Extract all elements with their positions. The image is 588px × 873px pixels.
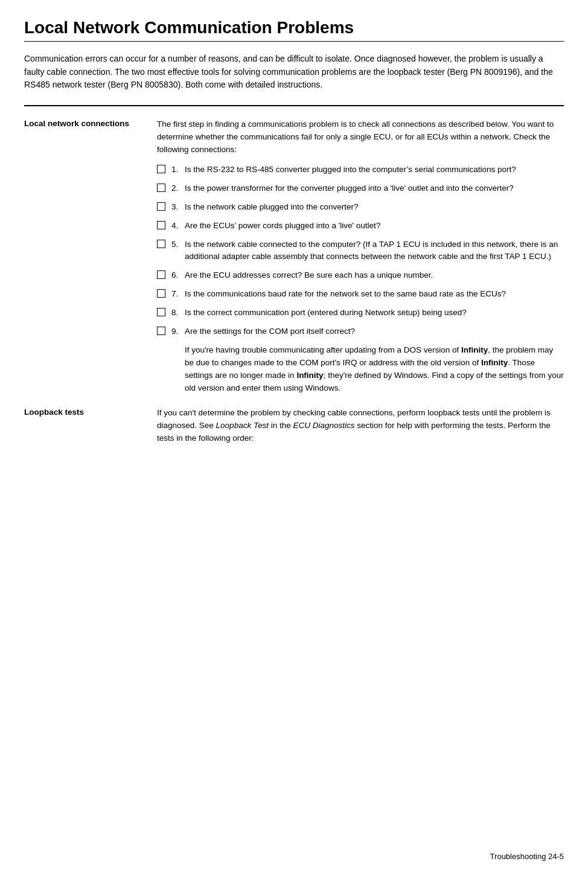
page: Local Network Communication Problems Com…	[0, 0, 588, 873]
item-number-2: 2.	[171, 182, 185, 194]
item-text-6: Are the ECU addresses correct? Be sure e…	[185, 269, 564, 282]
checkbox-1	[157, 165, 165, 173]
loopback-text-part-2: in the	[269, 421, 293, 430]
main-content-table: Local network connections The first step…	[24, 118, 564, 452]
note-paragraph: If you're having trouble communicating a…	[185, 344, 564, 395]
checklist-item-4: 4. Are the ECUs’ power cords plugged int…	[157, 220, 564, 232]
item-number-3: 3.	[171, 201, 185, 213]
item-text-1: Is the RS-232 to RS-485 converter plugge…	[185, 164, 564, 176]
item-number-4: 4.	[171, 220, 185, 232]
note-infinity-1: Infinity	[461, 345, 488, 354]
item-number-5: 5.	[171, 238, 185, 251]
checklist-item-8: 8. Is the correct communication port (en…	[157, 307, 564, 319]
checklist: 1. Is the RS-232 to RS-485 converter plu…	[157, 164, 564, 338]
checkbox-6	[157, 270, 165, 279]
checkbox-8	[157, 308, 165, 316]
checkbox-9	[157, 327, 165, 335]
checklist-item-5: 5. Is the network cable connected to the…	[157, 238, 564, 264]
checkbox-4	[157, 221, 165, 229]
note-infinity-2: Infinity	[481, 358, 508, 367]
checklist-item-7: 7. Is the communications baud rate for t…	[157, 288, 564, 301]
loopback-label: Loopback tests	[24, 408, 84, 417]
item-number-6: 6.	[171, 269, 185, 281]
item-text-5: Is the network cable connected to the co…	[185, 238, 564, 264]
item-text-3: Is the network cable plugged into the co…	[185, 201, 564, 214]
intro-paragraph: Communication errors can occur for a num…	[24, 53, 564, 92]
loopback-content-cell: If you can't determine the problem by ch…	[157, 403, 564, 452]
loopback-label-cell: Loopback tests	[24, 403, 157, 452]
item-number-8: 8.	[171, 307, 185, 319]
item-text-9: Are the settings for the COM port itself…	[185, 325, 564, 338]
page-title: Local Network Communication Problems	[24, 18, 564, 42]
item-number-7: 7.	[171, 288, 185, 300]
checklist-item-9: 9. Are the settings for the COM port its…	[157, 325, 564, 338]
item-number-1: 1.	[171, 164, 185, 176]
local-network-label-cell: Local network connections	[24, 118, 157, 403]
checkbox-7	[157, 289, 165, 298]
note-text-part-1: If you're having trouble communicating a…	[185, 345, 461, 354]
checklist-item-1: 1. Is the RS-232 to RS-485 converter plu…	[157, 164, 564, 176]
local-network-label: Local network connections	[24, 119, 129, 128]
item-text-8: Is the correct communication port (enter…	[185, 307, 564, 319]
checklist-item-2: 2. Is the power transformer for the conv…	[157, 182, 564, 195]
loopback-text-italic-1: Loopback Test	[216, 421, 269, 430]
note-infinity-3: Infinity	[296, 371, 323, 380]
item-text-4: Are the ECUs’ power cords plugged into a…	[185, 220, 564, 232]
item-text-2: Is the power transformer for the convert…	[185, 182, 564, 195]
checkbox-5	[157, 240, 165, 248]
section-divider	[24, 105, 564, 106]
item-text-7: Is the communications baud rate for the …	[185, 288, 564, 301]
local-network-content-cell: The first step in finding a communicatio…	[157, 118, 564, 403]
checkbox-2	[157, 184, 165, 192]
checklist-item-3: 3. Is the network cable plugged into the…	[157, 201, 564, 214]
loopback-text-italic-2: ECU Diagnostics	[293, 421, 354, 430]
checkbox-3	[157, 202, 165, 211]
checklist-item-6: 6. Are the ECU addresses correct? Be sur…	[157, 269, 564, 282]
item-number-9: 9.	[171, 325, 185, 337]
page-footer: Troubleshooting 24-5	[490, 852, 564, 861]
local-network-intro: The first step in finding a communicatio…	[157, 118, 564, 156]
loopback-text: If you can't determine the problem by ch…	[157, 407, 564, 445]
